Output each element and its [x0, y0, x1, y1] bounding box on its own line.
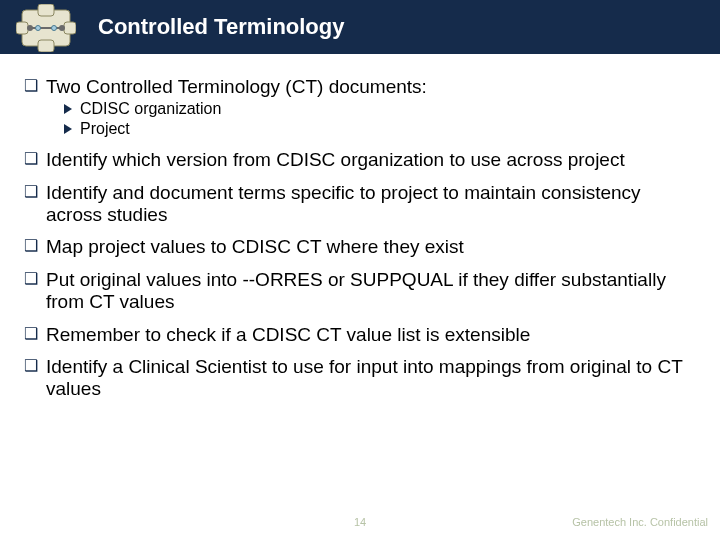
bullet-item: Put original values into --ORRES or SUPP…: [24, 269, 696, 314]
slide: Controlled Terminology Two Controlled Te…: [0, 0, 720, 540]
footer: 14 Genentech Inc. Confidential: [0, 516, 720, 534]
bullet-item: Identify which version from CDISC organi…: [24, 149, 696, 171]
bullet-item: Two Controlled Terminology (CT) document…: [24, 76, 696, 98]
bullet-item: Map project values to CDISC CT where the…: [24, 236, 696, 258]
sub-bullet-text: Project: [80, 120, 130, 137]
sub-bullet-item: CDISC organization: [24, 100, 696, 119]
confidential-label: Genentech Inc. Confidential: [572, 516, 708, 528]
bullet-item: Remember to check if a CDISC CT value li…: [24, 324, 696, 346]
slide-title: Controlled Terminology: [98, 14, 344, 40]
bullet-text: Identify and document terms specific to …: [46, 182, 641, 225]
bullet-text: Remember to check if a CDISC CT value li…: [46, 324, 530, 345]
svg-point-6: [27, 25, 33, 31]
bullet-text: Put original values into --ORRES or SUPP…: [46, 269, 666, 312]
bullet-text: Identify a Clinical Scientist to use for…: [46, 356, 682, 399]
svg-point-9: [52, 26, 57, 31]
content-area: Two Controlled Terminology (CT) document…: [0, 54, 720, 401]
svg-rect-4: [64, 22, 76, 34]
bullet-item: Identify a Clinical Scientist to use for…: [24, 356, 696, 401]
bullet-text: Two Controlled Terminology (CT) document…: [46, 76, 427, 97]
puzzle-icon: [8, 0, 84, 57]
svg-rect-1: [38, 4, 54, 16]
svg-point-7: [59, 25, 65, 31]
bullet-text: Identify which version from CDISC organi…: [46, 149, 625, 170]
sub-bullet-text: CDISC organization: [80, 100, 221, 117]
sub-bullet-item: Project: [24, 120, 696, 139]
svg-point-8: [36, 26, 41, 31]
svg-rect-3: [16, 22, 28, 34]
page-number: 14: [354, 516, 366, 528]
title-bar: Controlled Terminology: [0, 0, 720, 54]
bullet-text: Map project values to CDISC CT where the…: [46, 236, 464, 257]
svg-rect-2: [38, 40, 54, 52]
bullet-item: Identify and document terms specific to …: [24, 182, 696, 227]
